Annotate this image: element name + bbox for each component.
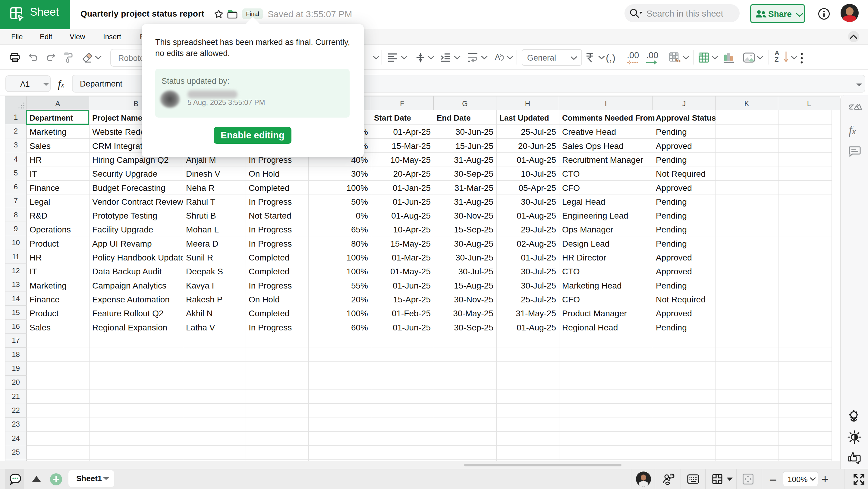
svg-text:A: A <box>495 53 500 61</box>
